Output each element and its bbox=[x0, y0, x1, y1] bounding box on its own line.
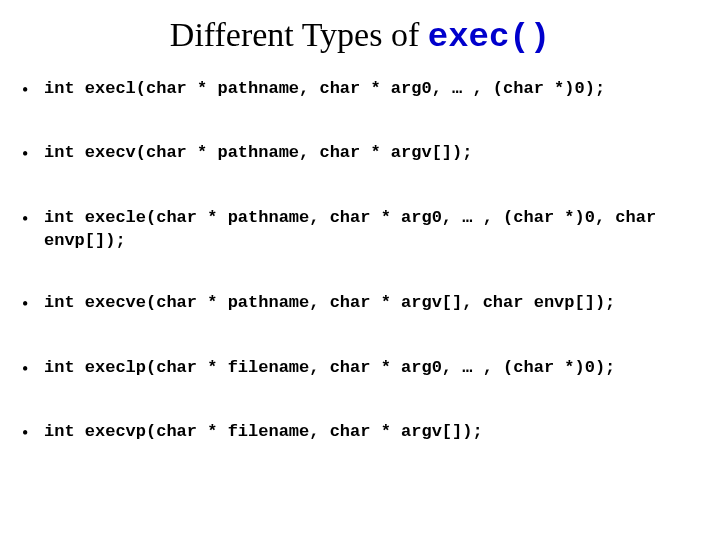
list-item: int execlp(char * filename, char * arg0,… bbox=[22, 357, 702, 381]
list-item: int execle(char * pathname, char * arg0,… bbox=[22, 207, 702, 253]
title-prefix: Different Types of bbox=[170, 16, 428, 53]
list-item: int execvp(char * filename, char * argv[… bbox=[22, 421, 702, 445]
list-item: int execve(char * pathname, char * argv[… bbox=[22, 292, 702, 316]
signature-text: int execle(char * pathname, char * arg0,… bbox=[44, 207, 702, 253]
list-item: int execl(char * pathname, char * arg0, … bbox=[22, 78, 702, 102]
list-item: int execv(char * pathname, char * argv[]… bbox=[22, 142, 702, 166]
title-exec-code: exec() bbox=[428, 18, 550, 56]
signature-list: int execl(char * pathname, char * arg0, … bbox=[18, 78, 702, 445]
signature-text: int execv(char * pathname, char * argv[]… bbox=[44, 142, 702, 165]
slide-title: Different Types of exec() bbox=[18, 16, 702, 56]
signature-text: int execl(char * pathname, char * arg0, … bbox=[44, 78, 702, 101]
signature-text: int execlp(char * filename, char * arg0,… bbox=[44, 357, 702, 380]
slide: Different Types of exec() int execl(char… bbox=[0, 0, 720, 540]
signature-text: int execvp(char * filename, char * argv[… bbox=[44, 421, 702, 444]
signature-text: int execve(char * pathname, char * argv[… bbox=[44, 292, 702, 315]
